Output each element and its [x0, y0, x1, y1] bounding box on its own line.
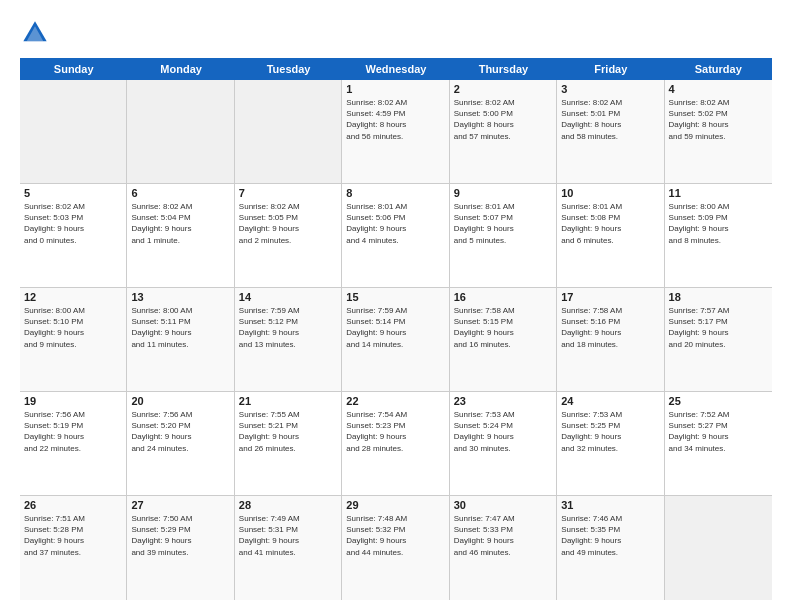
day-details: Sunrise: 8:00 AM Sunset: 5:10 PM Dayligh… [24, 305, 122, 350]
day-details: Sunrise: 8:02 AM Sunset: 5:05 PM Dayligh… [239, 201, 337, 246]
day-details: Sunrise: 7:46 AM Sunset: 5:35 PM Dayligh… [561, 513, 659, 558]
day-cell-9: 9Sunrise: 8:01 AM Sunset: 5:07 PM Daylig… [450, 184, 557, 287]
day-details: Sunrise: 8:02 AM Sunset: 5:02 PM Dayligh… [669, 97, 768, 142]
day-number: 12 [24, 291, 122, 303]
day-number: 24 [561, 395, 659, 407]
calendar-week-2: 5Sunrise: 8:02 AM Sunset: 5:03 PM Daylig… [20, 184, 772, 288]
empty-cell [127, 80, 234, 183]
day-details: Sunrise: 7:50 AM Sunset: 5:29 PM Dayligh… [131, 513, 229, 558]
day-number: 14 [239, 291, 337, 303]
day-number: 4 [669, 83, 768, 95]
day-cell-21: 21Sunrise: 7:55 AM Sunset: 5:21 PM Dayli… [235, 392, 342, 495]
day-number: 28 [239, 499, 337, 511]
day-details: Sunrise: 7:53 AM Sunset: 5:25 PM Dayligh… [561, 409, 659, 454]
weekday-header-wednesday: Wednesday [342, 58, 449, 80]
day-number: 23 [454, 395, 552, 407]
day-number: 7 [239, 187, 337, 199]
day-details: Sunrise: 8:02 AM Sunset: 4:59 PM Dayligh… [346, 97, 444, 142]
day-cell-2: 2Sunrise: 8:02 AM Sunset: 5:00 PM Daylig… [450, 80, 557, 183]
calendar: SundayMondayTuesdayWednesdayThursdayFrid… [20, 58, 772, 600]
day-number: 5 [24, 187, 122, 199]
weekday-header-sunday: Sunday [20, 58, 127, 80]
day-number: 31 [561, 499, 659, 511]
day-cell-17: 17Sunrise: 7:58 AM Sunset: 5:16 PM Dayli… [557, 288, 664, 391]
day-cell-6: 6Sunrise: 8:02 AM Sunset: 5:04 PM Daylig… [127, 184, 234, 287]
day-details: Sunrise: 7:58 AM Sunset: 5:16 PM Dayligh… [561, 305, 659, 350]
day-cell-16: 16Sunrise: 7:58 AM Sunset: 5:15 PM Dayli… [450, 288, 557, 391]
day-cell-25: 25Sunrise: 7:52 AM Sunset: 5:27 PM Dayli… [665, 392, 772, 495]
day-details: Sunrise: 7:51 AM Sunset: 5:28 PM Dayligh… [24, 513, 122, 558]
day-number: 17 [561, 291, 659, 303]
day-cell-31: 31Sunrise: 7:46 AM Sunset: 5:35 PM Dayli… [557, 496, 664, 600]
day-details: Sunrise: 8:02 AM Sunset: 5:04 PM Dayligh… [131, 201, 229, 246]
day-details: Sunrise: 8:01 AM Sunset: 5:07 PM Dayligh… [454, 201, 552, 246]
day-number: 18 [669, 291, 768, 303]
day-cell-5: 5Sunrise: 8:02 AM Sunset: 5:03 PM Daylig… [20, 184, 127, 287]
day-number: 27 [131, 499, 229, 511]
day-details: Sunrise: 7:55 AM Sunset: 5:21 PM Dayligh… [239, 409, 337, 454]
weekday-header-thursday: Thursday [450, 58, 557, 80]
weekday-header-friday: Friday [557, 58, 664, 80]
day-number: 19 [24, 395, 122, 407]
day-details: Sunrise: 8:02 AM Sunset: 5:03 PM Dayligh… [24, 201, 122, 246]
day-cell-22: 22Sunrise: 7:54 AM Sunset: 5:23 PM Dayli… [342, 392, 449, 495]
calendar-week-3: 12Sunrise: 8:00 AM Sunset: 5:10 PM Dayli… [20, 288, 772, 392]
day-cell-11: 11Sunrise: 8:00 AM Sunset: 5:09 PM Dayli… [665, 184, 772, 287]
day-details: Sunrise: 7:58 AM Sunset: 5:15 PM Dayligh… [454, 305, 552, 350]
empty-cell [665, 496, 772, 600]
day-cell-27: 27Sunrise: 7:50 AM Sunset: 5:29 PM Dayli… [127, 496, 234, 600]
day-cell-13: 13Sunrise: 8:00 AM Sunset: 5:11 PM Dayli… [127, 288, 234, 391]
day-cell-24: 24Sunrise: 7:53 AM Sunset: 5:25 PM Dayli… [557, 392, 664, 495]
day-cell-10: 10Sunrise: 8:01 AM Sunset: 5:08 PM Dayli… [557, 184, 664, 287]
day-details: Sunrise: 8:01 AM Sunset: 5:08 PM Dayligh… [561, 201, 659, 246]
day-cell-12: 12Sunrise: 8:00 AM Sunset: 5:10 PM Dayli… [20, 288, 127, 391]
day-cell-3: 3Sunrise: 8:02 AM Sunset: 5:01 PM Daylig… [557, 80, 664, 183]
day-details: Sunrise: 7:48 AM Sunset: 5:32 PM Dayligh… [346, 513, 444, 558]
weekday-header-tuesday: Tuesday [235, 58, 342, 80]
calendar-body: 1Sunrise: 8:02 AM Sunset: 4:59 PM Daylig… [20, 80, 772, 600]
day-cell-30: 30Sunrise: 7:47 AM Sunset: 5:33 PM Dayli… [450, 496, 557, 600]
day-number: 20 [131, 395, 229, 407]
weekday-header-monday: Monday [127, 58, 234, 80]
calendar-week-4: 19Sunrise: 7:56 AM Sunset: 5:19 PM Dayli… [20, 392, 772, 496]
header [20, 18, 772, 48]
day-details: Sunrise: 8:00 AM Sunset: 5:09 PM Dayligh… [669, 201, 768, 246]
day-details: Sunrise: 7:49 AM Sunset: 5:31 PM Dayligh… [239, 513, 337, 558]
day-details: Sunrise: 7:56 AM Sunset: 5:19 PM Dayligh… [24, 409, 122, 454]
day-cell-4: 4Sunrise: 8:02 AM Sunset: 5:02 PM Daylig… [665, 80, 772, 183]
day-number: 2 [454, 83, 552, 95]
day-number: 10 [561, 187, 659, 199]
day-details: Sunrise: 7:47 AM Sunset: 5:33 PM Dayligh… [454, 513, 552, 558]
day-number: 11 [669, 187, 768, 199]
day-cell-18: 18Sunrise: 7:57 AM Sunset: 5:17 PM Dayli… [665, 288, 772, 391]
weekday-header-saturday: Saturday [665, 58, 772, 80]
day-number: 25 [669, 395, 768, 407]
day-cell-29: 29Sunrise: 7:48 AM Sunset: 5:32 PM Dayli… [342, 496, 449, 600]
day-number: 15 [346, 291, 444, 303]
day-number: 3 [561, 83, 659, 95]
day-number: 26 [24, 499, 122, 511]
day-details: Sunrise: 8:02 AM Sunset: 5:01 PM Dayligh… [561, 97, 659, 142]
day-cell-15: 15Sunrise: 7:59 AM Sunset: 5:14 PM Dayli… [342, 288, 449, 391]
day-number: 22 [346, 395, 444, 407]
day-cell-7: 7Sunrise: 8:02 AM Sunset: 5:05 PM Daylig… [235, 184, 342, 287]
day-cell-14: 14Sunrise: 7:59 AM Sunset: 5:12 PM Dayli… [235, 288, 342, 391]
day-number: 1 [346, 83, 444, 95]
day-number: 29 [346, 499, 444, 511]
day-number: 9 [454, 187, 552, 199]
day-number: 30 [454, 499, 552, 511]
calendar-week-1: 1Sunrise: 8:02 AM Sunset: 4:59 PM Daylig… [20, 80, 772, 184]
day-cell-26: 26Sunrise: 7:51 AM Sunset: 5:28 PM Dayli… [20, 496, 127, 600]
day-number: 16 [454, 291, 552, 303]
empty-cell [20, 80, 127, 183]
day-number: 8 [346, 187, 444, 199]
day-details: Sunrise: 7:57 AM Sunset: 5:17 PM Dayligh… [669, 305, 768, 350]
day-number: 21 [239, 395, 337, 407]
logo-icon [20, 18, 50, 48]
day-cell-20: 20Sunrise: 7:56 AM Sunset: 5:20 PM Dayli… [127, 392, 234, 495]
day-details: Sunrise: 7:52 AM Sunset: 5:27 PM Dayligh… [669, 409, 768, 454]
day-details: Sunrise: 8:02 AM Sunset: 5:00 PM Dayligh… [454, 97, 552, 142]
day-details: Sunrise: 7:53 AM Sunset: 5:24 PM Dayligh… [454, 409, 552, 454]
page: SundayMondayTuesdayWednesdayThursdayFrid… [0, 0, 792, 612]
empty-cell [235, 80, 342, 183]
